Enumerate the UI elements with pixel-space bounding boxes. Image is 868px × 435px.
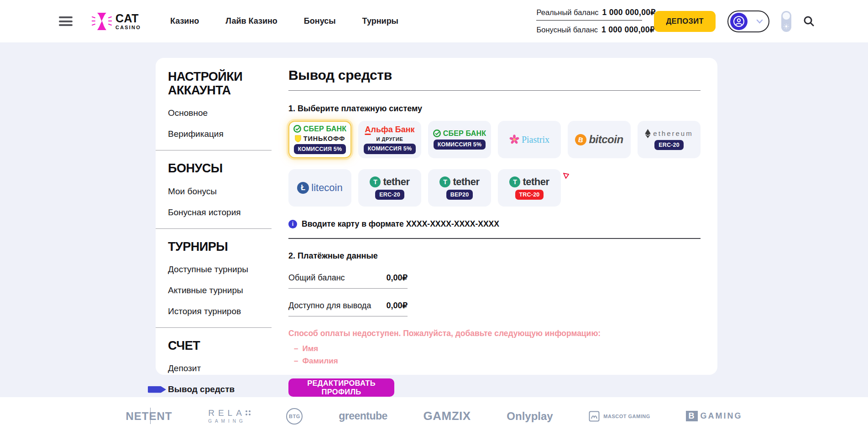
available-balance-row: Доступно для вывода 0,00₽: [288, 300, 408, 316]
header-right: Реальный баланс 1 000 000,00₽ Бонусный б…: [536, 8, 815, 35]
provider-logo-greentube[interactable]: greentube: [339, 410, 387, 422]
sidebar-divider: [156, 327, 272, 328]
bonus-balance-value: 1 000 000,00₽: [601, 25, 655, 35]
provider-logo-mascot-gaming[interactable]: MASCOT GAMING: [589, 411, 650, 422]
balance-block: Реальный баланс 1 000 000,00₽ Бонусный б…: [536, 8, 642, 35]
provider-logo-onlyplay[interactable]: Onlyplay: [507, 410, 553, 423]
payment-tile-piastrix[interactable]: Piastrix: [498, 121, 561, 158]
sidebar-item-withdrawal[interactable]: Вывод средств: [168, 384, 235, 394]
payment-tile-bitcoin[interactable]: B bitcoin: [568, 121, 631, 158]
tinkoff-shield-icon: [295, 135, 301, 142]
title-divider: [288, 90, 701, 91]
btg-circle-icon: BTG: [286, 408, 303, 425]
payment-name: tether: [453, 176, 479, 188]
sidebar-item-tournament-history[interactable]: История турниров: [168, 306, 241, 316]
provider-logo-relax-gaming[interactable]: RELA GAMING: [208, 409, 251, 424]
relax-dots-icon: [246, 410, 251, 415]
nav-item-live-casino[interactable]: Лайв Казино: [225, 16, 277, 26]
network-badge: BEP20: [446, 190, 473, 200]
payment-tile-sber-tinkoff[interactable]: СБЕР БАНК ТИНЬКОФФ КОМИССИЯ 5%: [288, 121, 351, 158]
ethereum-icon: [645, 129, 651, 138]
sidebar-item-available-tournaments[interactable]: Доступные турниры: [168, 264, 248, 274]
chevron-down-icon: [756, 19, 763, 24]
sun-icon: [784, 24, 789, 29]
sber-icon: [433, 129, 441, 137]
provider-logo-btg[interactable]: BTG: [286, 408, 303, 425]
payment-tile-tether-erc20[interactable]: T tether ERC-20: [358, 169, 421, 207]
main-nav: Казино Лайв Казино Бонусы Турниры: [170, 16, 398, 26]
missing-info-item-first-name: Имя: [288, 344, 701, 353]
payment-name: tether: [523, 176, 549, 188]
sidebar-item-main[interactable]: Основное: [168, 108, 208, 118]
sidebar-section-bonuses: БОНУСЫ: [168, 161, 259, 175]
payment-name2: ТИНЬКОФФ: [303, 135, 345, 142]
card-format-note: i Вводите карту в формате XXXX-XXXX-XXXX…: [288, 219, 701, 229]
sber-icon: [293, 125, 301, 133]
providers-row: NETENT RELA GAMING BTG greentube GAMZIX …: [126, 397, 743, 435]
sidebar-section-account: СЧЕТ: [168, 339, 259, 352]
theme-toggle[interactable]: [781, 11, 791, 32]
info-icon: i: [288, 220, 297, 228]
avatar: [730, 13, 748, 30]
nav-item-bonuses[interactable]: Бонусы: [304, 16, 336, 26]
sidebar-item-verification[interactable]: Верификация: [168, 129, 224, 139]
payment-name: Альфа Банк: [365, 125, 414, 135]
commission-badge: КОМИССИЯ 5%: [434, 140, 486, 150]
logo-text: CAT CASINO: [115, 13, 141, 30]
bitcoin-icon: B: [574, 133, 587, 146]
sidebar-section-tournaments: ТУРНИРЫ: [168, 240, 259, 254]
payment-name: litecoin: [311, 182, 342, 194]
provider-logo-gamzix[interactable]: GAMZIX: [424, 409, 471, 423]
total-balance-label: Общий баланс: [288, 273, 345, 283]
hamburger-menu-icon[interactable]: [59, 16, 73, 26]
cat-casino-logo[interactable]: CAT CASINO: [92, 12, 141, 31]
edit-profile-button[interactable]: РЕДАКТИРОВАТЬ ПРОФИЛЬ: [288, 378, 394, 397]
nav-item-tournaments[interactable]: Турниры: [362, 16, 398, 26]
sidebar-item-bonus-history[interactable]: Бонусная история: [168, 207, 241, 218]
sidebar-divider: [156, 228, 272, 229]
sidebar-item-deposit[interactable]: Депозит: [168, 363, 201, 373]
section-divider: [288, 238, 701, 239]
provider-logo-netent[interactable]: NETENT: [126, 410, 173, 423]
logo-title: CAT: [115, 13, 141, 24]
active-item-arrow-icon: [148, 386, 166, 393]
account-sidebar: НАСТРОЙКИ АККАУНТА Основное Верификация …: [156, 58, 272, 435]
user-icon: [733, 16, 745, 27]
step1-title: 1. Выберите платежную систему: [288, 104, 701, 114]
provider-name: GAMZIX: [424, 409, 471, 423]
network-badge: ERC-20: [375, 190, 404, 200]
available-balance-label: Доступно для вывода: [288, 301, 371, 311]
payment-tile-sber[interactable]: СБЕР БАНК КОМИССИЯ 5%: [428, 121, 491, 158]
payment-tile-alfa-bank[interactable]: Альфа Банк И ДРУГИЕ КОМИССИЯ 5%: [358, 121, 421, 158]
network-badge: ERC-20: [654, 140, 684, 150]
profile-menu[interactable]: [727, 10, 769, 32]
provider-logo-bgaming[interactable]: BGAMING: [686, 411, 742, 421]
sidebar-section-account-settings: НАСТРОЙКИ АККАУНТА: [168, 70, 259, 97]
sidebar-item-active-tournaments[interactable]: Активные турниры: [168, 285, 243, 295]
providers-footer: NETENT RELA GAMING BTG greentube GAMZIX …: [0, 397, 868, 435]
missing-info-list: Имя Фамилия: [288, 344, 701, 366]
total-balance-value: 0,00₽: [387, 273, 408, 283]
deposit-button[interactable]: ДЕПОЗИТ: [654, 11, 716, 32]
provider-name: RELA: [208, 409, 246, 417]
payment-tile-ethereum[interactable]: ethereum ERC-20: [638, 121, 701, 158]
payment-name: СБЕР БАНК: [443, 129, 486, 138]
payment-tile-tether-bep20[interactable]: T tether BEP20: [428, 169, 491, 207]
payment-tile-tether-trc20[interactable]: T tether TRC-20: [498, 169, 561, 207]
sidebar-item-my-bonuses[interactable]: Мои бонусы: [168, 186, 217, 197]
payment-tile-litecoin[interactable]: Ł litecoin: [288, 169, 351, 207]
provider-name: BGAMING: [686, 411, 742, 421]
payment-name: Piastrix: [522, 135, 549, 145]
search-button[interactable]: [803, 16, 815, 27]
commission-badge: КОМИССИЯ 5%: [364, 144, 416, 154]
payment-name: bitcoin: [589, 133, 623, 146]
sidebar-item-withdrawal-label: Вывод средств: [168, 384, 235, 394]
litecoin-icon: Ł: [297, 182, 309, 194]
nav-item-casino[interactable]: Казино: [170, 16, 199, 26]
logo-subtitle: CASINO: [115, 25, 141, 30]
piastrix-flower-icon: [509, 135, 519, 145]
netent-line-decoration: [150, 408, 151, 424]
page-title: Вывод средств: [288, 67, 701, 83]
real-balance-row: Реальный баланс 1 000 000,00₽: [536, 8, 642, 21]
real-balance-label: Реальный баланс: [536, 8, 598, 17]
